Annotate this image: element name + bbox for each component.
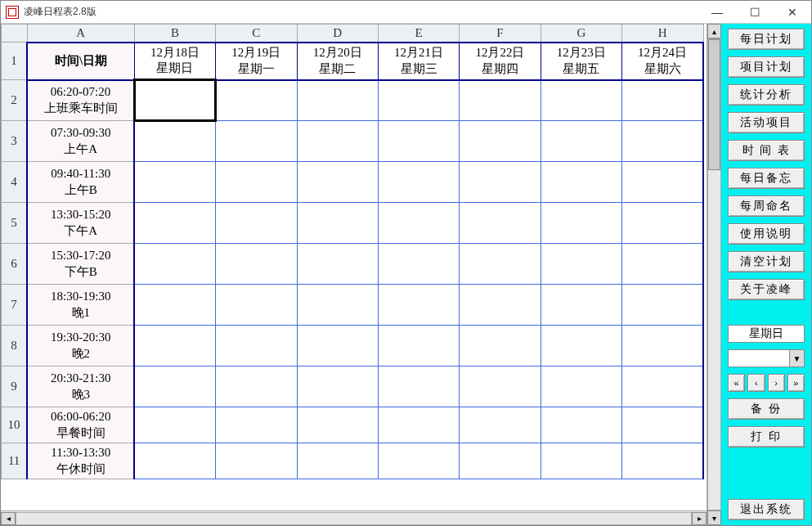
col-header-B[interactable]: B: [134, 25, 215, 43]
row-header-1[interactable]: 1: [2, 43, 28, 80]
exit-button[interactable]: 退出系统: [728, 499, 805, 520]
schedule-cell[interactable]: [622, 443, 703, 479]
nav-last-button[interactable]: »: [787, 374, 805, 392]
row-header-4[interactable]: 4: [2, 162, 28, 203]
schedule-cell[interactable]: [622, 407, 703, 443]
schedule-cell[interactable]: [134, 80, 215, 121]
schedule-cell[interactable]: [622, 162, 703, 203]
vscroll-down-icon[interactable]: ▾: [707, 510, 721, 525]
schedule-cell[interactable]: [622, 121, 703, 162]
date-header-2[interactable]: 12月20日星期二: [297, 43, 378, 80]
schedule-cell[interactable]: [134, 326, 215, 366]
row-header-11[interactable]: 11: [2, 443, 28, 479]
schedule-cell[interactable]: [134, 366, 215, 407]
hscroll-track[interactable]: [16, 512, 692, 525]
time-slot-cell[interactable]: 19:30-20:30晚2: [27, 326, 134, 366]
schedule-cell[interactable]: [541, 244, 621, 285]
schedule-cell[interactable]: [134, 121, 215, 162]
col-header-F[interactable]: F: [460, 25, 541, 43]
time-slot-cell[interactable]: 13:30-15:20下午A: [27, 203, 134, 244]
time-slot-cell[interactable]: 11:30-13:30午休时间: [27, 443, 134, 479]
schedule-cell[interactable]: [216, 326, 297, 366]
row-header-9[interactable]: 9: [2, 366, 28, 407]
schedule-cell[interactable]: [378, 244, 459, 285]
schedule-cell[interactable]: [460, 121, 541, 162]
schedule-cell[interactable]: [460, 203, 541, 244]
schedule-cell[interactable]: [622, 203, 703, 244]
maximize-button[interactable]: ☐: [736, 1, 774, 23]
hscroll-right-icon[interactable]: ▸: [692, 512, 707, 525]
date-header-1[interactable]: 12月19日星期一: [216, 43, 297, 80]
vscroll-track[interactable]: [707, 38, 721, 510]
side-button-4[interactable]: 时 间 表: [728, 140, 805, 161]
schedule-cell[interactable]: [297, 326, 378, 366]
schedule-cell[interactable]: [134, 162, 215, 203]
schedule-cell[interactable]: [134, 244, 215, 285]
schedule-cell[interactable]: [378, 121, 459, 162]
side-button-0[interactable]: 每日计划: [728, 29, 805, 50]
time-slot-cell[interactable]: 09:40-11:30上午B: [27, 162, 134, 203]
schedule-cell[interactable]: [460, 407, 541, 443]
schedule-cell[interactable]: [216, 80, 297, 121]
schedule-cell[interactable]: [297, 285, 378, 326]
schedule-cell[interactable]: [297, 244, 378, 285]
schedule-cell[interactable]: [622, 366, 703, 407]
schedule-cell[interactable]: [460, 285, 541, 326]
side-button-3[interactable]: 活动项目: [728, 112, 805, 133]
date-header-5[interactable]: 12月23日星期五: [541, 43, 621, 80]
schedule-cell[interactable]: [460, 162, 541, 203]
schedule-cell[interactable]: [378, 407, 459, 443]
side-button-7[interactable]: 使用说明: [728, 223, 805, 245]
schedule-cell[interactable]: [134, 407, 215, 443]
schedule-cell[interactable]: [378, 443, 459, 479]
vscroll-up-icon[interactable]: ▴: [707, 24, 721, 38]
schedule-cell[interactable]: [622, 244, 703, 285]
date-header-6[interactable]: 12月24日星期六: [622, 43, 703, 80]
time-slot-cell[interactable]: 15:30-17:20下午B: [27, 244, 134, 285]
time-slot-cell[interactable]: 18:30-19:30晚1: [27, 285, 134, 326]
schedule-cell[interactable]: [216, 203, 297, 244]
print-button[interactable]: 打 印: [728, 426, 805, 447]
schedule-cell[interactable]: [622, 326, 703, 366]
schedule-cell[interactable]: [216, 407, 297, 443]
minimize-button[interactable]: —: [698, 1, 736, 23]
schedule-cell[interactable]: [541, 443, 621, 479]
row-header-6[interactable]: 6: [2, 244, 28, 285]
col-header-D[interactable]: D: [297, 25, 378, 43]
nav-next-button[interactable]: ›: [768, 374, 785, 392]
schedule-cell[interactable]: [378, 326, 459, 366]
time-slot-cell[interactable]: 20:30-21:30晚3: [27, 366, 134, 407]
col-header-E[interactable]: E: [378, 25, 459, 43]
side-button-1[interactable]: 项目计划: [728, 56, 805, 78]
schedule-cell[interactable]: [297, 407, 378, 443]
col-header-H[interactable]: H: [622, 25, 703, 43]
schedule-cell[interactable]: [297, 162, 378, 203]
row-header-7[interactable]: 7: [2, 285, 28, 326]
time-slot-cell[interactable]: 06:00-06:20早餐时间: [27, 407, 134, 443]
row-header-3[interactable]: 3: [2, 121, 28, 162]
schedule-cell[interactable]: [216, 285, 297, 326]
close-button[interactable]: ✕: [774, 1, 811, 23]
schedule-cell[interactable]: [378, 366, 459, 407]
schedule-cell[interactable]: [378, 285, 459, 326]
date-header-4[interactable]: 12月22日星期四: [460, 43, 541, 80]
row-header-5[interactable]: 5: [2, 203, 28, 244]
col-header-C[interactable]: C: [216, 25, 297, 43]
schedule-cell[interactable]: [297, 366, 378, 407]
schedule-cell[interactable]: [216, 244, 297, 285]
backup-button[interactable]: 备 份: [728, 398, 805, 420]
schedule-cell[interactable]: [134, 285, 215, 326]
weekday-combo[interactable]: ▼: [728, 349, 805, 367]
schedule-cell[interactable]: [541, 80, 621, 121]
vertical-scrollbar[interactable]: ▴ ▾: [707, 24, 721, 525]
nav-prev-button[interactable]: ‹: [747, 374, 765, 392]
schedule-cell[interactable]: [460, 244, 541, 285]
schedule-cell[interactable]: [460, 443, 541, 479]
row-header-8[interactable]: 8: [2, 326, 28, 366]
schedule-cell[interactable]: [622, 285, 703, 326]
corner-cell[interactable]: [2, 25, 28, 43]
schedule-cell[interactable]: [216, 443, 297, 479]
schedule-cell[interactable]: [541, 121, 621, 162]
col-header-A[interactable]: A: [27, 25, 134, 43]
nav-first-button[interactable]: «: [728, 374, 745, 392]
